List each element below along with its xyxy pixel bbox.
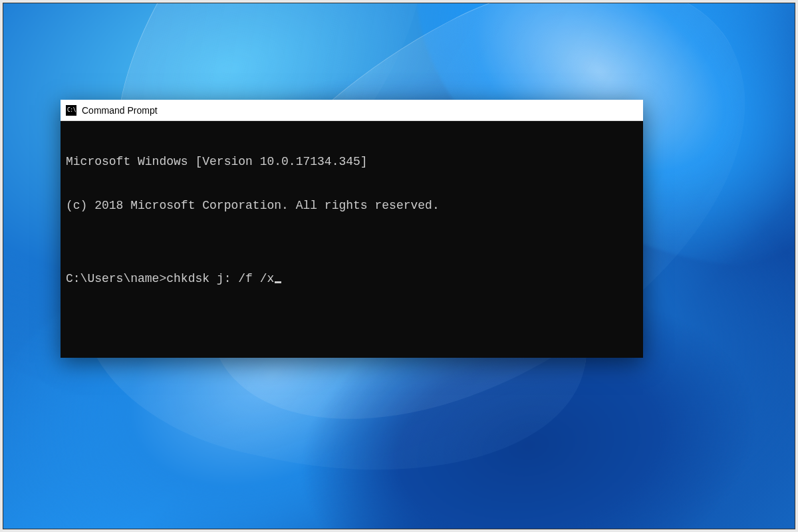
- terminal-prompt: C:\Users\name>: [66, 271, 166, 286]
- cmd-icon: C:\: [66, 105, 76, 116]
- terminal-line: Microsoft Windows [Version 10.0.17134.34…: [66, 154, 638, 169]
- terminal-line: (c) 2018 Microsoft Corporation. All righ…: [66, 198, 638, 213]
- terminal-output[interactable]: Microsoft Windows [Version 10.0.17134.34…: [61, 121, 643, 358]
- command-prompt-window[interactable]: C:\ Command Prompt Microsoft Windows [Ve…: [61, 100, 643, 358]
- desktop-wallpaper: C:\ Command Prompt Microsoft Windows [Ve…: [3, 3, 795, 529]
- window-title: Command Prompt: [82, 105, 158, 116]
- titlebar[interactable]: C:\ Command Prompt: [61, 100, 643, 121]
- terminal-prompt-line[interactable]: C:\Users\name>chkdsk j: /f /x: [66, 271, 638, 286]
- terminal-command-input[interactable]: chkdsk j: /f /x: [166, 271, 274, 286]
- terminal-cursor: [275, 281, 281, 283]
